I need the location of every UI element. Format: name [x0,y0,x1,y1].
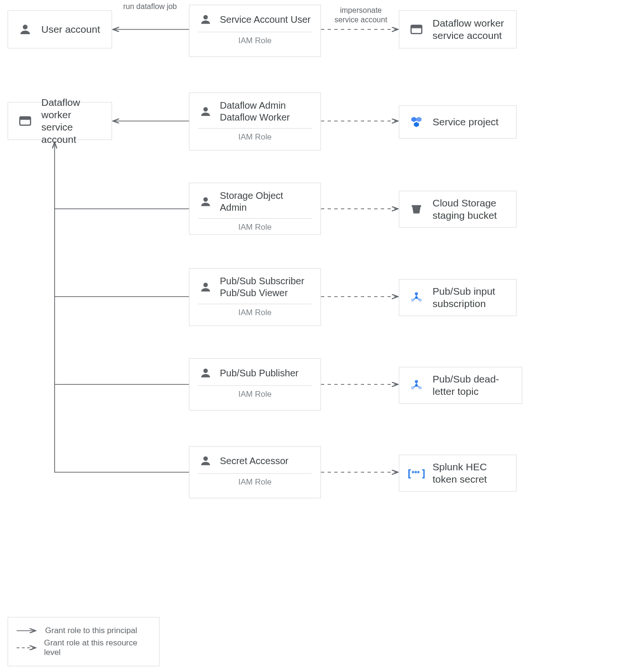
role-title-line: Pub/Sub Subscriber [220,276,304,286]
role-title-line: Pub/Sub Viewer [220,288,288,298]
role-secret-accessor: Secret Accessor IAM Role [189,446,321,498]
svg-rect-13 [20,117,31,120]
svg-point-20 [203,283,207,287]
user-icon [198,12,213,27]
svg-point-18 [203,197,207,202]
node-label: User account [41,23,100,36]
service-account-icon [408,21,425,38]
role-title: Secret Accessor [220,455,289,467]
legend-arrow-dashed [17,648,38,648]
svg-rect-19 [412,205,421,207]
role-dataflow-admin-worker: Dataflow Admin Dataflow Worker IAM Role [189,93,321,150]
node-cloud-storage: Cloud Storage staging bucket [399,191,517,228]
svg-point-9 [203,15,207,19]
legend-arrow-solid [17,631,38,631]
legend-text: Grant role to this principal [45,626,137,635]
svg-point-14 [203,107,207,112]
svg-text:]: ] [422,468,425,478]
svg-line-35 [417,386,419,387]
node-label: Cloud Storage staging bucket [433,197,508,222]
user-icon [17,21,34,38]
role-title-line: Dataflow Admin [220,100,286,111]
bucket-icon [408,201,425,218]
role-pubsub-publisher: Pub/Sub Publisher IAM Role [189,358,321,411]
user-icon [198,365,213,381]
svg-point-21 [415,292,418,296]
svg-point-28 [203,369,207,373]
project-icon [408,113,425,131]
svg-line-27 [417,298,419,299]
role-title: Pub/Sub Subscriber Pub/Sub Viewer [220,275,304,299]
user-icon [198,104,213,119]
node-pubsub-input: Pub/Sub input subscription [399,279,517,316]
svg-rect-11 [411,25,422,28]
role-title: Dataflow Admin Dataflow Worker [220,100,290,123]
svg-line-34 [414,386,415,387]
role-service-account-user: Service Account User IAM Role [189,5,321,57]
svg-text:***: *** [412,469,420,477]
node-user-account: User account [8,10,112,48]
node-label: Pub/Sub input subscription [433,285,508,310]
svg-point-8 [23,25,28,29]
edge-label-text: impersonate service account [334,6,387,24]
svg-text:[: [ [408,468,411,478]
legend: Grant role to this principal Grant role … [8,617,160,666]
role-title: Service Account User [220,14,311,26]
node-dataflow-worker-sa-top: Dataflow worker service account [399,10,517,48]
role-pubsub-sub-viewer: Pub/Sub Subscriber Pub/Sub Viewer IAM Ro… [189,268,321,326]
svg-marker-16 [416,117,422,122]
node-label: Dataflow worker service account [433,17,508,42]
edge-label-run-dataflow-job: run dataflow job [117,2,183,11]
svg-marker-15 [411,117,416,122]
user-icon [198,280,213,295]
legend-row-dashed: Grant role at this resource level [17,638,151,657]
pubsub-icon [408,377,425,394]
service-account-icon [17,112,34,130]
role-title: Storage Object Admin [220,190,312,214]
legend-text: Grant role at this resource level [44,638,151,657]
role-subtitle: IAM Role [198,390,312,399]
user-icon [198,453,213,468]
role-storage-object-admin: Storage Object Admin IAM Role [189,183,321,235]
role-subtitle: IAM Role [198,308,312,317]
node-pubsub-dead: Pub/Sub dead-letter topic [399,367,522,404]
node-splunk-secret: [ *** ] Splunk HEC token secret [399,455,517,492]
role-title-line: Dataflow Worker [220,112,290,122]
edge-label-impersonate-sa: impersonate service account [328,6,394,25]
secret-icon: [ *** ] [408,465,425,482]
node-dataflow-worker-sa-left: Dataflow worker service account [8,102,112,140]
role-subtitle: IAM Role [198,223,312,232]
legend-row-solid: Grant role to this principal [17,626,151,635]
pubsub-icon [408,289,425,306]
node-label: Splunk HEC token secret [433,461,508,486]
svg-marker-17 [414,122,419,127]
edge-label-text: run dataflow job [123,2,177,10]
user-icon [198,194,213,209]
role-subtitle: IAM Role [198,132,312,142]
role-subtitle: IAM Role [198,477,312,487]
node-label: Service project [433,116,499,128]
svg-point-36 [203,457,207,461]
role-subtitle: IAM Role [198,36,312,46]
node-label: Pub/Sub dead-letter topic [433,373,513,398]
node-service-project: Service project [399,105,517,139]
role-title: Pub/Sub Publisher [220,367,299,379]
svg-line-26 [414,298,415,299]
svg-point-29 [415,380,418,383]
node-label: Dataflow worker service account [41,96,103,146]
